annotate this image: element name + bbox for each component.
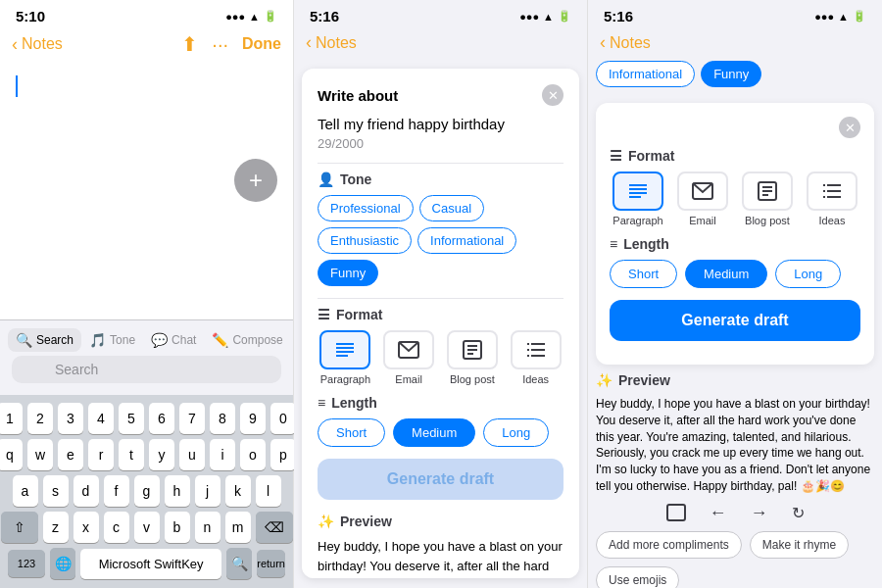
key-8[interactable]: 8 — [210, 403, 235, 434]
key-g[interactable]: g — [134, 475, 160, 507]
generate-draft-button-p3[interactable]: Generate draft — [610, 300, 860, 341]
tone-tag-enthusiastic[interactable]: Enthusiastic — [318, 227, 412, 254]
key-d[interactable]: d — [74, 475, 99, 507]
tone-tag-casual[interactable]: Casual — [419, 195, 484, 221]
key-u[interactable]: u — [179, 439, 205, 470]
key-9[interactable]: 9 — [240, 403, 266, 434]
panel-write-modal: 5:16 ●●● ▲ 🔋 ‹ Notes Write about ✕ Tell … — [294, 0, 588, 588]
key-s[interactable]: s — [43, 475, 69, 507]
arrow-left-button[interactable]: ← — [710, 503, 727, 523]
key-r[interactable]: r — [88, 439, 114, 470]
back-button-3[interactable]: ‹ Notes — [600, 32, 870, 53]
key-v[interactable]: v — [134, 512, 160, 543]
tab-tone[interactable]: 🎵 Tone — [81, 328, 143, 352]
arrow-right-button[interactable]: → — [751, 503, 768, 523]
key-4[interactable]: 4 — [88, 403, 114, 434]
key-return[interactable]: return — [257, 550, 285, 577]
format-ideas-label: Ideas — [522, 373, 549, 385]
key-f[interactable]: f — [104, 475, 129, 507]
toolbar-tabs: 🔍 Search 🎵 Tone 💬 Chat ✏️ Compose — [0, 328, 293, 352]
format-paragraph-label: Paragraph — [320, 373, 370, 385]
key-z[interactable]: z — [43, 512, 69, 543]
key-k[interactable]: k — [225, 475, 251, 507]
key-delete[interactable]: ⌫ — [256, 512, 293, 543]
format-email-p3[interactable]: Email — [674, 172, 731, 226]
notes-content[interactable]: + — [0, 64, 293, 319]
tab-search-label: Search — [36, 333, 74, 347]
length-short[interactable]: Short — [318, 418, 385, 447]
key-e[interactable]: e — [58, 439, 83, 470]
close-button[interactable]: ✕ — [542, 84, 564, 106]
tone-tag-funny[interactable]: Funny — [318, 260, 378, 286]
key-a[interactable]: a — [13, 475, 38, 507]
length-long-p3[interactable]: Long — [775, 260, 841, 288]
key-1[interactable]: 1 — [0, 403, 23, 434]
key-t[interactable]: t — [119, 439, 144, 470]
format-grid: Paragraph Email — [318, 330, 564, 385]
key-search-keyboard[interactable]: 🔍 — [226, 548, 252, 579]
tab-compose[interactable]: ✏️ Compose — [204, 328, 290, 352]
key-6[interactable]: 6 — [149, 403, 174, 434]
tone-tag-informational[interactable]: Informational — [417, 227, 516, 254]
key-emoji[interactable]: 🌐 — [50, 548, 75, 579]
format-ideas-p3[interactable]: Ideas — [804, 172, 860, 226]
generate-draft-button[interactable]: Generate draft — [318, 459, 564, 500]
key-2[interactable]: 2 — [27, 403, 53, 434]
share-icon[interactable]: ⬆ — [181, 32, 198, 56]
search-input[interactable]: Search — [12, 356, 281, 383]
key-o[interactable]: o — [240, 439, 266, 470]
more-icon[interactable]: ··· — [212, 33, 228, 56]
key-p[interactable]: p — [270, 439, 296, 470]
key-5[interactable]: 5 — [119, 403, 144, 434]
refresh-icon[interactable]: ↻ — [792, 504, 805, 522]
key-0[interactable]: 0 — [270, 403, 296, 434]
chip-use-emojis[interactable]: Use emojis — [596, 566, 679, 588]
key-space[interactable]: Microsoft SwiftKey — [80, 549, 221, 579]
square-icon[interactable] — [666, 504, 686, 521]
length-medium-p3[interactable]: Medium — [685, 260, 767, 288]
key-x[interactable]: x — [74, 512, 99, 543]
close-button-p3[interactable]: ✕ — [839, 117, 860, 138]
paragraph-svg-p3 — [626, 179, 650, 203]
key-w[interactable]: w — [27, 439, 53, 470]
key-y[interactable]: y — [149, 439, 174, 470]
format-email[interactable]: Email — [381, 330, 437, 385]
back-button-1[interactable]: ‹ Notes — [12, 34, 63, 55]
format-paragraph-p3[interactable]: Paragraph — [610, 172, 666, 226]
key-3[interactable]: 3 — [58, 403, 83, 434]
done-button[interactable]: Done — [242, 35, 281, 53]
key-c[interactable]: c — [104, 512, 129, 543]
key-l[interactable]: l — [256, 475, 281, 507]
keyboard-row-a: a s d f g h j k l — [4, 475, 289, 507]
compose-button[interactable]: + — [234, 159, 277, 202]
keyboard: 1 2 3 4 5 6 7 8 9 0 q w e r t y u i o p … — [0, 395, 293, 588]
length-short-p3[interactable]: Short — [610, 260, 677, 288]
chip-make-rhyme[interactable]: Make it rhyme — [750, 531, 849, 559]
key-shift[interactable]: ⇧ — [1, 512, 38, 543]
length-long[interactable]: Long — [483, 418, 549, 447]
format-ideas[interactable]: Ideas — [508, 330, 564, 385]
top-tag-funny[interactable]: Funny — [701, 61, 761, 87]
key-i[interactable]: i — [210, 439, 235, 470]
signal-icon-3: ●●● — [814, 11, 834, 23]
format-blogpost[interactable]: Blog post — [445, 330, 501, 385]
format-blogpost-p3[interactable]: Blog post — [739, 172, 796, 226]
tone-tag-professional[interactable]: Professional — [318, 195, 414, 221]
format-paragraph[interactable]: Paragraph — [318, 330, 373, 385]
tab-search[interactable]: 🔍 Search — [8, 328, 81, 352]
key-h[interactable]: h — [165, 475, 190, 507]
key-b[interactable]: b — [165, 512, 190, 543]
back-button-2[interactable]: ‹ Notes — [306, 32, 357, 53]
write-about-text[interactable]: Tell my friend happy birthday — [318, 116, 564, 132]
key-j[interactable]: j — [195, 475, 220, 507]
key-n[interactable]: n — [195, 512, 220, 543]
back-label-1: Notes — [22, 35, 63, 53]
chip-add-compliments[interactable]: Add more compliments — [596, 531, 742, 559]
key-7[interactable]: 7 — [179, 403, 205, 434]
key-123[interactable]: 123 — [8, 550, 45, 577]
length-medium[interactable]: Medium — [393, 418, 475, 447]
key-q[interactable]: q — [0, 439, 23, 470]
top-tag-informational[interactable]: Informational — [596, 61, 695, 87]
tab-chat[interactable]: 💬 Chat — [143, 328, 204, 352]
key-m[interactable]: m — [225, 512, 251, 543]
